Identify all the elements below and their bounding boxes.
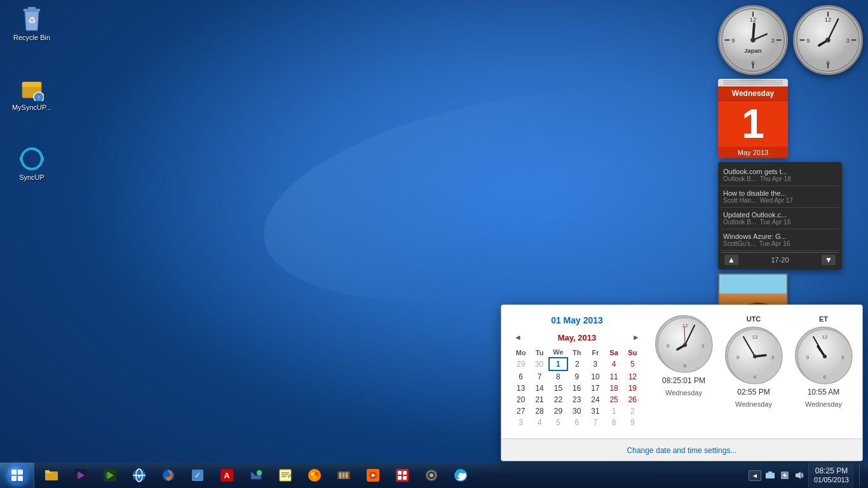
svg-text:9: 9 [806, 37, 810, 44]
show-desktop-button[interactable] [859, 464, 864, 487]
cal-cell[interactable]: 18 [605, 383, 623, 394]
cal-cell[interactable]: 7 [530, 370, 548, 383]
news-meta-1: Outlook B... Thu Apr 18 [723, 175, 837, 182]
cal-cell[interactable]: 26 [623, 394, 642, 405]
svg-point-43 [683, 343, 687, 347]
cal-cell[interactable]: 20 [512, 394, 530, 405]
svg-text:9: 9 [806, 355, 810, 360]
cal-cell[interactable]: 1 [605, 405, 623, 417]
tray-volume-icon[interactable] [793, 469, 806, 482]
cal-cell[interactable]: 19 [623, 383, 642, 394]
taskbar-pen-btn[interactable] [271, 464, 299, 487]
svg-rect-106 [403, 476, 407, 480]
cal-cell[interactable]: 31 [586, 405, 604, 417]
cal-cell[interactable]: 22 [549, 394, 567, 405]
cal-cell[interactable]: 30 [567, 405, 586, 417]
calendar-gadget[interactable]: Wednesday 1 May 2013 [718, 79, 788, 158]
svg-rect-95 [339, 473, 341, 478]
cal-cell[interactable]: 13 [512, 383, 530, 394]
start-orb [6, 464, 28, 486]
cal-cell[interactable]: 5 [623, 358, 642, 370]
taskbar-media-btn[interactable] [359, 464, 387, 487]
cal-cell[interactable]: 10 [586, 370, 604, 383]
taskbar-circle-btn[interactable] [417, 464, 445, 487]
cal-cell[interactable]: 5 [549, 417, 567, 428]
svg-point-83 [257, 470, 262, 475]
taskbar-ie-btn[interactable]: e [125, 464, 153, 487]
cal-cell[interactable]: 1 [549, 358, 567, 370]
taskbar-vs-dark-btn[interactable] [67, 464, 95, 487]
taskbar-email-btn[interactable] [242, 464, 270, 487]
cal-cell[interactable]: 9 [623, 417, 642, 428]
news-item-4[interactable]: Windows Azure: G... ScottGu's... Tue Apr… [721, 229, 839, 251]
cal-cell[interactable]: 28 [530, 405, 548, 417]
mini-cal-next[interactable]: ► [630, 332, 642, 343]
taskbar-explorer-btn[interactable] [37, 464, 65, 487]
cal-cell[interactable]: 24 [586, 394, 604, 405]
taskbar-app6-btn[interactable]: ✓ [184, 464, 212, 487]
taskbar-twitter-btn[interactable] [447, 464, 475, 487]
taskbar-right: ◄ [745, 463, 868, 488]
cal-cell[interactable]: 6 [567, 417, 586, 428]
news-prev-button[interactable]: ▲ [724, 255, 738, 265]
cal-cell[interactable]: 21 [530, 394, 548, 405]
taskbar-adobe-btn[interactable]: A [213, 464, 241, 487]
cal-cell[interactable]: 11 [605, 370, 623, 383]
change-datetime-link[interactable]: Change date and time settings... [627, 446, 737, 455]
taskbar-firefox-btn[interactable] [154, 464, 182, 487]
cal-cell[interactable]: 2 [567, 358, 586, 370]
cal-cell[interactable]: 16 [567, 383, 586, 394]
recycle-bin-icon[interactable]: ♻ Recycle Bin [6, 6, 57, 42]
news-meta-4: ScottGu's... Tue Apr 16 [723, 240, 837, 247]
gadgets-area: 12 3 6 9 Japan [718, 5, 863, 353]
tray-icon-1[interactable] [764, 469, 776, 482]
clock-display[interactable]: 08:25 PM 01/05/2013 [808, 463, 854, 488]
taskbar-items: e ✓ A [34, 463, 745, 488]
cal-cell[interactable]: 27 [512, 405, 530, 417]
popup-utc-analog: 12 3 6 9 [725, 327, 782, 384]
syncup-icon[interactable]: SyncUP [6, 146, 57, 182]
cal-cell[interactable]: 8 [549, 370, 567, 383]
taskbar-layout-btn[interactable] [388, 464, 416, 487]
cal-cell[interactable]: 15 [549, 383, 567, 394]
cal-cell[interactable]: 30 [530, 358, 548, 370]
cal-cell[interactable]: 14 [530, 383, 548, 394]
cal-cell[interactable]: 9 [567, 370, 586, 383]
cal-cell[interactable]: 2 [623, 405, 642, 417]
cal-th-su: Su [623, 347, 642, 358]
start-button[interactable] [0, 463, 34, 488]
cal-cell[interactable]: 4 [605, 358, 623, 370]
clock-date-text: 01/05/2013 [814, 476, 849, 484]
japan-clock-gadget[interactable]: 12 3 6 9 Japan [718, 5, 788, 75]
taskbar-filmstrip-btn[interactable] [330, 464, 358, 487]
cal-cell[interactable]: 4 [530, 417, 548, 428]
mysyncup-icon[interactable]: ↑ MySyncUP... [6, 76, 57, 112]
news-next-button[interactable]: ▼ [822, 255, 836, 265]
news-item-2[interactable]: How to disable the... Scott Han... Wed A… [721, 186, 839, 208]
svg-text:9: 9 [667, 343, 670, 349]
news-item-3[interactable]: Updated Outlook.c... Outlook B... Tue Ap… [721, 208, 839, 229]
cal-cell[interactable]: 3 [512, 417, 530, 428]
mini-cal-prev[interactable]: ◄ [512, 332, 524, 343]
cal-cell[interactable]: 25 [605, 394, 623, 405]
tray-icon-2[interactable] [778, 469, 791, 482]
taskbar-vs-green-btn[interactable] [96, 464, 124, 487]
cal-cell[interactable]: 7 [586, 417, 604, 428]
taskbar-colorful-btn[interactable] [301, 464, 329, 487]
cal-cell[interactable]: 12 [623, 370, 642, 383]
cal-cell[interactable]: 29 [549, 405, 567, 417]
popup-et-time: 10:55 AM [808, 388, 840, 396]
cal-cell[interactable]: 3 [586, 358, 604, 370]
cal-cell[interactable]: 17 [586, 383, 604, 394]
cal-cell[interactable]: 23 [567, 394, 586, 405]
cal-cell[interactable]: 8 [605, 417, 623, 428]
notification-arrow[interactable]: ◄ [749, 470, 761, 481]
popup-main-area: 01 May 2013 ◄ May, 2013 ► Mo Tu We [501, 305, 862, 438]
cal-cell[interactable]: 29 [512, 358, 530, 370]
news-item-1[interactable]: Outlook.com gets t... Outlook B... Thu A… [721, 165, 839, 186]
local-clock-gadget[interactable]: 12 3 6 9 [793, 5, 863, 75]
svg-marker-116 [796, 471, 801, 479]
clocks-row: 12 3 6 9 Japan [718, 5, 863, 75]
svg-rect-103 [398, 471, 402, 475]
cal-cell[interactable]: 6 [512, 370, 530, 383]
